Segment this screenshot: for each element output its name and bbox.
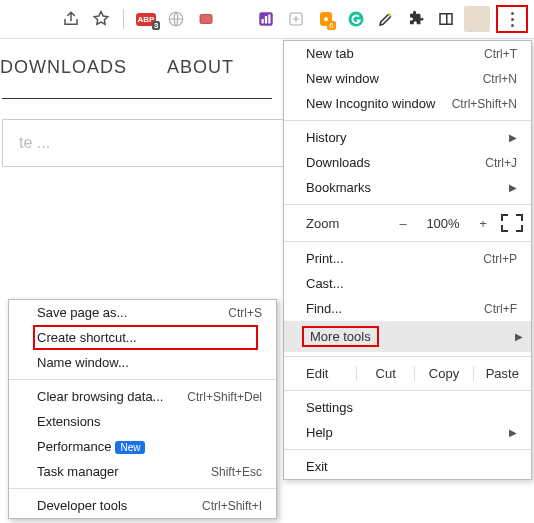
sub-name-window[interactable]: Name window... (9, 350, 276, 375)
menu-new-tab[interactable]: New tabCtrl+T (284, 41, 531, 66)
sub-create-shortcut[interactable]: Create shortcut... (33, 325, 258, 350)
menu-cast[interactable]: Cast... (284, 271, 531, 296)
menu-separator (284, 241, 531, 242)
sub-clear-data[interactable]: Clear browsing data...Ctrl+Shift+Del (9, 384, 276, 409)
svg-point-7 (349, 12, 364, 27)
sub-dev-tools[interactable]: Developer toolsCtrl+Shift+I (9, 493, 276, 518)
edit-cut[interactable]: Cut (356, 366, 414, 381)
extension-icon-1[interactable] (194, 7, 218, 31)
menu-help[interactable]: Help▶ (284, 420, 531, 445)
browser-toolbar: ABP3 ●6 (0, 0, 534, 39)
zoom-out-button[interactable]: – (391, 216, 415, 231)
grammarly-icon[interactable] (344, 7, 368, 31)
menu-zoom: Zoom – 100% + (284, 209, 531, 237)
chevron-right-icon: ▶ (509, 427, 517, 438)
menu-exit[interactable]: Exit (284, 454, 531, 479)
toolbar-separator (123, 9, 124, 29)
chevron-right-icon: ▶ (515, 331, 523, 342)
profile-avatar[interactable] (464, 6, 490, 32)
divider (2, 98, 272, 99)
extensions-puzzle-icon[interactable] (404, 7, 428, 31)
bookmark-star-icon[interactable] (89, 7, 113, 31)
abp-extension-icon[interactable]: ABP3 (134, 7, 158, 31)
menu-more-tools[interactable]: More tools▶ (284, 321, 531, 352)
edit-paste[interactable]: Paste (473, 366, 531, 381)
sub-extensions[interactable]: Extensions (9, 409, 276, 434)
menu-downloads[interactable]: DownloadsCtrl+J (284, 150, 531, 175)
chevron-right-icon: ▶ (509, 132, 517, 143)
bars-extension-icon[interactable] (254, 7, 278, 31)
menu-separator (9, 379, 276, 380)
sub-save-page[interactable]: Save page as...Ctrl+S (9, 300, 276, 325)
svg-rect-1 (200, 15, 212, 24)
menu-separator (284, 449, 531, 450)
menu-separator (284, 356, 531, 357)
menu-edit-row: Edit Cut Copy Paste (284, 361, 531, 386)
nav-downloads[interactable]: DOWNLOADS (0, 57, 127, 78)
fullscreen-icon[interactable] (501, 214, 523, 232)
sub-performance[interactable]: PerformanceNew (9, 434, 276, 459)
new-badge: New (115, 441, 145, 454)
menu-separator (284, 120, 531, 121)
chrome-menu-button[interactable] (496, 5, 528, 33)
panel-icon[interactable] (434, 7, 458, 31)
chrome-main-menu: New tabCtrl+T New windowCtrl+N New Incog… (283, 40, 532, 480)
menu-settings[interactable]: Settings (284, 395, 531, 420)
sub-task-manager[interactable]: Task managerShift+Esc (9, 459, 276, 484)
orange-extension-icon[interactable]: ●6 (314, 7, 338, 31)
menu-separator (9, 488, 276, 489)
plus-extension-icon[interactable] (284, 7, 308, 31)
pen-extension-icon[interactable] (374, 7, 398, 31)
svg-rect-4 (265, 16, 267, 24)
svg-rect-5 (268, 15, 270, 24)
extension-icon-2[interactable] (224, 7, 248, 31)
menu-incognito[interactable]: New Incognito windowCtrl+Shift+N (284, 91, 531, 116)
text-input[interactable]: te ... (2, 119, 306, 167)
menu-bookmarks[interactable]: Bookmarks▶ (284, 175, 531, 200)
chevron-right-icon: ▶ (509, 182, 517, 193)
menu-new-window[interactable]: New windowCtrl+N (284, 66, 531, 91)
zoom-value: 100% (421, 216, 465, 231)
nav-about[interactable]: ABOUT (167, 57, 234, 78)
svg-rect-3 (262, 19, 264, 24)
zoom-in-button[interactable]: + (471, 216, 495, 231)
more-tools-submenu: Save page as...Ctrl+S Create shortcut...… (8, 299, 277, 519)
menu-find[interactable]: Find...Ctrl+F (284, 296, 531, 321)
edit-copy[interactable]: Copy (414, 366, 472, 381)
menu-separator (284, 390, 531, 391)
globe-extension-icon[interactable] (164, 7, 188, 31)
menu-history[interactable]: History▶ (284, 125, 531, 150)
menu-separator (284, 204, 531, 205)
svg-point-8 (388, 14, 391, 17)
share-icon[interactable] (59, 7, 83, 31)
menu-print[interactable]: Print...Ctrl+P (284, 246, 531, 271)
